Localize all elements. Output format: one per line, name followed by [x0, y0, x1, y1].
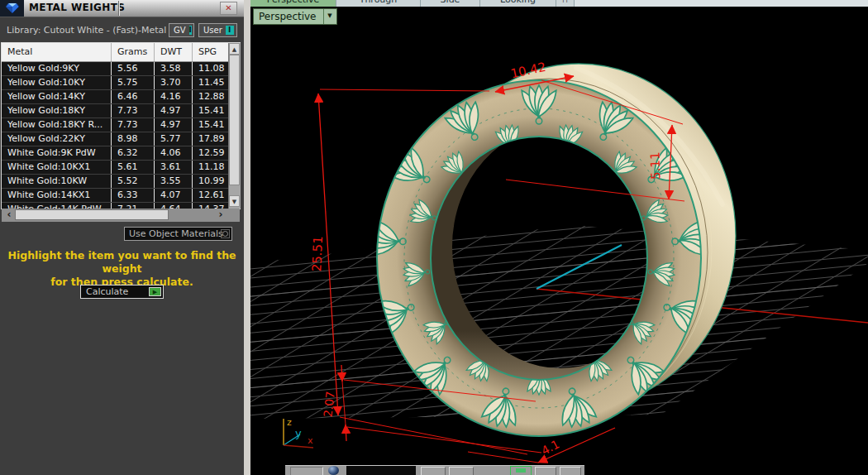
cell-metal: Yellow Gold:9KY: [2, 62, 112, 75]
horizontal-scroll-thumb[interactable]: [15, 209, 169, 220]
dim-band-right: 5.11: [647, 151, 663, 180]
instruction-text: Highlight the item you want to find the …: [0, 249, 244, 289]
cell-grams: 5.61: [112, 161, 155, 174]
cell-dwt: 4.97: [155, 104, 193, 118]
toolbar-button-active[interactable]: [510, 466, 532, 475]
column-header-spg[interactable]: SPG: [193, 43, 228, 61]
pin-tab-icon[interactable]: ⊓: [556, 0, 575, 7]
cell-spg: 15.41: [193, 118, 228, 132]
table-row[interactable]: Yellow Gold:10KY 5.75 3.70 11.45: [2, 76, 228, 90]
cell-grams: 5.75: [112, 76, 155, 89]
materials-option-icon[interactable]: [221, 229, 230, 238]
calculate-button-label: Calculate: [86, 286, 128, 297]
cell-spg: 11.18: [193, 161, 228, 174]
app-root: 10.42 5.11 25.51 2.07 4.1 z y x Perspect…: [0, 0, 868, 475]
user-button[interactable]: User I: [198, 23, 237, 37]
column-header-metal[interactable]: Metal: [2, 43, 112, 61]
panel-splitter[interactable]: [244, 0, 250, 475]
table-row[interactable]: White Gold:10KX1 5.61 3.61 11.18: [2, 161, 228, 175]
user-indicator-icon: I: [226, 26, 234, 35]
table-row[interactable]: White Gold:9K PdW 6.32 4.06 12.59: [2, 146, 228, 161]
cell-metal: Yellow Gold:18KY: [2, 104, 112, 118]
toolbar-button[interactable]: [449, 467, 474, 475]
cell-metal: Yellow Gold:22KY: [2, 132, 112, 146]
title-divider: [118, 1, 119, 16]
table-row[interactable]: Yellow Gold:14KY 6.46 4.16 12.88: [2, 90, 228, 104]
table-row[interactable]: White Gold:10KW 5.52 3.55 10.99: [2, 175, 228, 189]
cell-dwt: 4.07: [155, 189, 193, 202]
toolbar-button[interactable]: [535, 467, 556, 475]
tab-side-view[interactable]: Side View: [421, 0, 480, 7]
cell-metal: Yellow Gold:14KY: [2, 90, 112, 103]
toolbar-button[interactable]: [560, 467, 581, 475]
cell-grams: 7.73: [112, 104, 155, 118]
tab-perspective[interactable]: Perspective: [250, 0, 336, 7]
vertical-scroll-thumb[interactable]: [229, 55, 240, 185]
dim-outer-left: 25.51: [309, 236, 326, 272]
metal-weights-panel: METAL WEIGHTS ✕ Library: Cutout White - …: [0, 0, 244, 475]
column-header-grams[interactable]: Grams: [112, 43, 155, 61]
cell-spg: 15.41: [193, 104, 228, 118]
cell-spg: 12.59: [193, 146, 228, 160]
chevron-down-icon[interactable]: ▼: [323, 9, 336, 24]
tab-through-finger[interactable]: Through Finger: [336, 0, 421, 7]
cell-dwt: 3.58: [155, 62, 193, 75]
cell-spg: 10.99: [193, 175, 228, 188]
table-row[interactable]: Yellow Gold:18KY R... 7.73 4.97 15.41: [2, 118, 228, 132]
scroll-down-icon[interactable]: ▼: [229, 195, 240, 207]
gv-button-label: GV: [174, 26, 186, 35]
toolbar-display-slot: [346, 466, 416, 475]
instruction-line-1: Highlight the item you want to find the …: [0, 249, 244, 276]
use-object-materials-dropdown[interactable]: Use Object Materials: [124, 227, 232, 241]
table-row[interactable]: White Gold:14K PdW 7.21 4.64 14.37: [2, 203, 228, 209]
gv-indicator-icon: I: [189, 26, 192, 35]
user-button-label: User: [203, 26, 222, 35]
cell-spg: 11.45: [193, 76, 228, 89]
cell-spg: 12.88: [193, 90, 228, 103]
cell-dwt: 4.06: [155, 146, 193, 160]
play-arrow-icon: ▶: [149, 287, 161, 296]
horizontal-scrollbar[interactable]: ‹ ›: [2, 209, 240, 222]
table-row[interactable]: White Gold:14KX1 6.33 4.07 12.61: [2, 189, 228, 203]
cell-grams: 8.98: [112, 132, 155, 146]
cell-metal: White Gold:9K PdW: [2, 146, 112, 160]
cell-spg: 12.61: [193, 189, 228, 202]
z-axis-label: z: [287, 417, 292, 428]
toolbar-button[interactable]: [290, 467, 323, 475]
scroll-left-icon[interactable]: ‹: [3, 209, 15, 222]
dim-thickness-bottom: 2.07: [321, 391, 336, 418]
vertical-scrollbar[interactable]: ▲ ▼: [228, 43, 241, 209]
cell-grams: 5.56: [112, 62, 155, 75]
gv-button[interactable]: GV I: [169, 23, 194, 37]
cell-dwt: 3.70: [155, 76, 193, 89]
tab-looking-down[interactable]: Looking Down: [480, 0, 556, 7]
column-header-dwt[interactable]: DWT: [155, 43, 193, 61]
cell-metal: Yellow Gold:10KY: [2, 76, 112, 89]
panel-title-bar[interactable]: METAL WEIGHTS ✕: [0, 0, 244, 17]
table-row[interactable]: Yellow Gold:22KY 8.98 5.77 17.89: [2, 132, 228, 146]
cell-spg: 14.37: [193, 203, 228, 209]
table-row[interactable]: Yellow Gold:9KY 5.56 3.58 11.08: [2, 62, 228, 76]
calculate-button[interactable]: Calculate ▶: [80, 285, 164, 299]
close-icon[interactable]: ✕: [220, 2, 237, 15]
toolbar-button[interactable]: [421, 467, 446, 475]
viewport-title-dropdown[interactable]: Perspective ▼: [253, 8, 337, 25]
cell-grams: 7.21: [112, 203, 155, 209]
cell-dwt: 3.55: [155, 175, 193, 188]
cell-dwt: 4.97: [155, 118, 193, 132]
scroll-right-icon[interactable]: ›: [215, 209, 227, 222]
metals-table: Metal Grams DWT SPG Yellow Gold:9KY 5.56…: [2, 43, 240, 209]
table-row[interactable]: Yellow Gold:18KY 7.73 4.97 15.41: [2, 104, 228, 118]
cell-metal: White Gold:10KW: [2, 175, 112, 188]
use-object-materials-label: Use Object Materials: [129, 228, 223, 239]
cell-grams: 5.52: [112, 175, 155, 188]
y-axis-label: y: [295, 427, 302, 439]
cell-grams: 6.32: [112, 146, 155, 160]
cell-metal: White Gold:14K PdW: [2, 203, 112, 209]
scroll-up-icon[interactable]: ▲: [229, 43, 240, 55]
bottom-toolbar: [285, 465, 584, 475]
cell-metal: White Gold:14KX1: [2, 189, 112, 202]
gem-icon: [0, 0, 24, 17]
cell-grams: 6.46: [112, 90, 155, 103]
sphere-icon[interactable]: [328, 466, 339, 475]
